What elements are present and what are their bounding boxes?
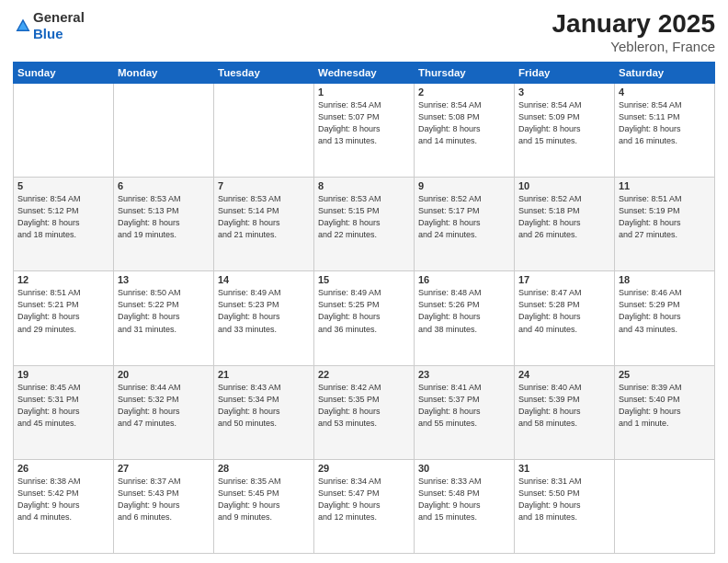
day-info: Sunrise: 8:41 AM Sunset: 5:37 PM Dayligh…	[418, 382, 510, 430]
day-info: Sunrise: 8:37 AM Sunset: 5:43 PM Dayligh…	[118, 476, 210, 523]
day-number: 17	[518, 274, 610, 285]
day-info: Sunrise: 8:40 AM Sunset: 5:39 PM Dayligh…	[518, 382, 610, 430]
day-info: Sunrise: 8:49 AM Sunset: 5:23 PM Dayligh…	[218, 287, 310, 335]
day-info: Sunrise: 8:54 AM Sunset: 5:09 PM Dayligh…	[518, 99, 610, 147]
table-row: 27Sunrise: 8:37 AM Sunset: 5:43 PM Dayli…	[114, 459, 214, 553]
day-info: Sunrise: 8:38 AM Sunset: 5:42 PM Dayligh…	[17, 476, 109, 523]
calendar-week-2: 5Sunrise: 8:54 AM Sunset: 5:12 PM Daylig…	[14, 178, 715, 271]
col-monday: Monday	[114, 63, 214, 84]
table-row: 12Sunrise: 8:51 AM Sunset: 5:21 PM Dayli…	[14, 271, 114, 365]
table-row: 15Sunrise: 8:49 AM Sunset: 5:25 PM Dayli…	[314, 271, 415, 365]
calendar-week-1: 1Sunrise: 8:54 AM Sunset: 5:07 PM Daylig…	[14, 84, 715, 178]
calendar-week-5: 26Sunrise: 8:38 AM Sunset: 5:42 PM Dayli…	[14, 459, 715, 553]
day-info: Sunrise: 8:44 AM Sunset: 5:32 PM Dayligh…	[118, 382, 210, 430]
table-row: 1Sunrise: 8:54 AM Sunset: 5:07 PM Daylig…	[314, 84, 415, 178]
day-info: Sunrise: 8:47 AM Sunset: 5:28 PM Dayligh…	[518, 287, 610, 335]
day-info: Sunrise: 8:45 AM Sunset: 5:31 PM Dayligh…	[17, 382, 109, 430]
table-row: 24Sunrise: 8:40 AM Sunset: 5:39 PM Dayli…	[515, 365, 615, 459]
page-subtitle: Yebleron, France	[552, 39, 715, 54]
logo-icon	[15, 17, 31, 34]
table-row: 13Sunrise: 8:50 AM Sunset: 5:22 PM Dayli…	[114, 271, 214, 365]
day-info: Sunrise: 8:43 AM Sunset: 5:34 PM Dayligh…	[218, 382, 310, 430]
table-row: 21Sunrise: 8:43 AM Sunset: 5:34 PM Dayli…	[214, 365, 314, 459]
day-number: 5	[17, 180, 109, 191]
day-number: 25	[619, 369, 711, 380]
day-number: 10	[518, 180, 610, 191]
day-number: 9	[418, 180, 510, 191]
calendar-week-4: 19Sunrise: 8:45 AM Sunset: 5:31 PM Dayli…	[14, 365, 715, 459]
day-info: Sunrise: 8:53 AM Sunset: 5:13 PM Dayligh…	[118, 193, 210, 241]
day-number: 19	[17, 369, 109, 380]
calendar-table: Sunday Monday Tuesday Wednesday Thursday…	[13, 62, 715, 554]
logo-text-blue: Blue	[33, 26, 63, 41]
table-row: 17Sunrise: 8:47 AM Sunset: 5:28 PM Dayli…	[515, 271, 615, 365]
day-number: 16	[418, 274, 510, 285]
header: General Blue January 2025 Yebleron, Fran…	[13, 9, 715, 54]
page: General Blue January 2025 Yebleron, Fran…	[0, 0, 728, 563]
table-row: 5Sunrise: 8:54 AM Sunset: 5:12 PM Daylig…	[14, 178, 114, 271]
day-number: 22	[318, 369, 410, 380]
day-info: Sunrise: 8:34 AM Sunset: 5:47 PM Dayligh…	[318, 476, 410, 523]
day-info: Sunrise: 8:49 AM Sunset: 5:25 PM Dayligh…	[318, 287, 410, 335]
table-row: 6Sunrise: 8:53 AM Sunset: 5:13 PM Daylig…	[114, 178, 214, 271]
col-saturday: Saturday	[615, 63, 715, 84]
day-number: 8	[318, 180, 410, 191]
col-wednesday: Wednesday	[314, 63, 415, 84]
table-row: 9Sunrise: 8:52 AM Sunset: 5:17 PM Daylig…	[415, 178, 515, 271]
day-info: Sunrise: 8:33 AM Sunset: 5:48 PM Dayligh…	[418, 476, 510, 523]
day-info: Sunrise: 8:54 AM Sunset: 5:12 PM Dayligh…	[17, 193, 109, 241]
day-number: 23	[418, 369, 510, 380]
day-info: Sunrise: 8:35 AM Sunset: 5:45 PM Dayligh…	[218, 476, 310, 523]
title-block: January 2025 Yebleron, France	[552, 9, 715, 54]
day-info: Sunrise: 8:53 AM Sunset: 5:15 PM Dayligh…	[318, 193, 410, 241]
day-info: Sunrise: 8:50 AM Sunset: 5:22 PM Dayligh…	[118, 287, 210, 335]
table-row: 18Sunrise: 8:46 AM Sunset: 5:29 PM Dayli…	[615, 271, 715, 365]
calendar-week-3: 12Sunrise: 8:51 AM Sunset: 5:21 PM Dayli…	[14, 271, 715, 365]
table-row: 4Sunrise: 8:54 AM Sunset: 5:11 PM Daylig…	[615, 84, 715, 178]
day-number: 20	[118, 369, 210, 380]
day-number: 30	[418, 463, 510, 474]
table-row	[14, 84, 114, 178]
day-number: 24	[518, 369, 610, 380]
table-row: 11Sunrise: 8:51 AM Sunset: 5:19 PM Dayli…	[615, 178, 715, 271]
day-info: Sunrise: 8:42 AM Sunset: 5:35 PM Dayligh…	[318, 382, 410, 430]
day-number: 15	[318, 274, 410, 285]
day-info: Sunrise: 8:31 AM Sunset: 5:50 PM Dayligh…	[518, 476, 610, 523]
calendar-header-row: Sunday Monday Tuesday Wednesday Thursday…	[14, 63, 715, 84]
col-friday: Friday	[515, 63, 615, 84]
day-info: Sunrise: 8:53 AM Sunset: 5:14 PM Dayligh…	[218, 193, 310, 241]
day-info: Sunrise: 8:52 AM Sunset: 5:17 PM Dayligh…	[418, 193, 510, 241]
table-row: 26Sunrise: 8:38 AM Sunset: 5:42 PM Dayli…	[14, 459, 114, 553]
day-number: 13	[118, 274, 210, 285]
day-info: Sunrise: 8:54 AM Sunset: 5:11 PM Dayligh…	[619, 99, 711, 147]
day-number: 28	[218, 463, 310, 474]
table-row: 2Sunrise: 8:54 AM Sunset: 5:08 PM Daylig…	[415, 84, 515, 178]
table-row: 10Sunrise: 8:52 AM Sunset: 5:18 PM Dayli…	[515, 178, 615, 271]
table-row	[615, 459, 715, 553]
col-thursday: Thursday	[415, 63, 515, 84]
table-row: 14Sunrise: 8:49 AM Sunset: 5:23 PM Dayli…	[214, 271, 314, 365]
day-number: 31	[518, 463, 610, 474]
day-number: 1	[318, 86, 410, 98]
table-row: 7Sunrise: 8:53 AM Sunset: 5:14 PM Daylig…	[214, 178, 314, 271]
table-row: 20Sunrise: 8:44 AM Sunset: 5:32 PM Dayli…	[114, 365, 214, 459]
table-row: 28Sunrise: 8:35 AM Sunset: 5:45 PM Dayli…	[214, 459, 314, 553]
day-number: 11	[619, 180, 711, 191]
table-row: 25Sunrise: 8:39 AM Sunset: 5:40 PM Dayli…	[615, 365, 715, 459]
day-number: 21	[218, 369, 310, 380]
table-row: 19Sunrise: 8:45 AM Sunset: 5:31 PM Dayli…	[14, 365, 114, 459]
day-number: 7	[218, 180, 310, 191]
day-number: 4	[619, 86, 711, 98]
day-number: 2	[418, 86, 510, 98]
table-row	[114, 84, 214, 178]
day-number: 26	[17, 463, 109, 474]
day-number: 3	[518, 86, 610, 98]
day-info: Sunrise: 8:51 AM Sunset: 5:19 PM Dayligh…	[619, 193, 711, 241]
table-row: 31Sunrise: 8:31 AM Sunset: 5:50 PM Dayli…	[515, 459, 615, 553]
logo-text-general: General	[33, 9, 85, 25]
day-number: 12	[17, 274, 109, 285]
day-number: 14	[218, 274, 310, 285]
day-number: 6	[118, 180, 210, 191]
day-info: Sunrise: 8:52 AM Sunset: 5:18 PM Dayligh…	[518, 193, 610, 241]
table-row: 29Sunrise: 8:34 AM Sunset: 5:47 PM Dayli…	[314, 459, 415, 553]
